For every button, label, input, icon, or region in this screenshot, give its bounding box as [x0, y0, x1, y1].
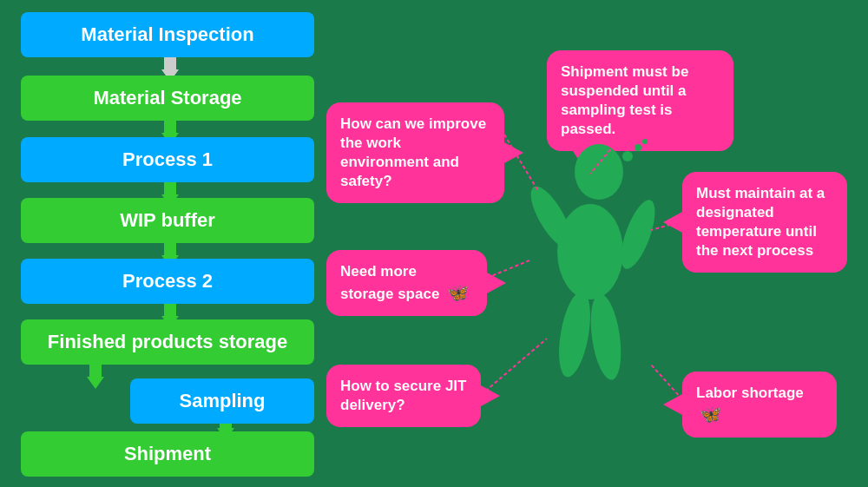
material-inspection-box: Material Inspection: [21, 12, 314, 57]
finished-storage-box: Finished products storage: [21, 319, 314, 365]
bubble-shipment-suspended: Shipment must be suspended until a sampl…: [547, 50, 733, 151]
svg-point-7: [554, 289, 596, 379]
material-storage-box: Material Storage: [21, 76, 314, 121]
svg-point-0: [575, 144, 623, 200]
svg-point-4: [557, 204, 623, 299]
process2-box: Process 2: [21, 259, 314, 304]
sampling-box: Sampling: [130, 378, 314, 424]
svg-point-2: [635, 144, 641, 151]
bubble-temperature: Must maintain at a designated temperatur…: [682, 172, 847, 273]
person-figure: [503, 139, 677, 417]
storage-icon: 🦋: [447, 281, 469, 304]
svg-point-8: [586, 292, 626, 381]
svg-point-1: [622, 151, 633, 161]
labor-icon: 🦋: [700, 403, 721, 425]
bubble-jit-delivery: How to secure JIT delivery?: [326, 365, 481, 427]
bubble-labor-shortage: Labor shortage 🦋: [682, 372, 837, 438]
bubble-work-environment: How can we improve the work environment …: [326, 102, 504, 203]
shipment-box: Shipment: [21, 431, 314, 477]
arrow-6: [87, 365, 104, 389]
bubble-need-storage: Need more storage space 🦋: [326, 250, 487, 316]
process1-box: Process 1: [21, 137, 314, 182]
svg-point-3: [642, 139, 648, 144]
wip-buffer-box: WIP buffer: [21, 198, 314, 243]
